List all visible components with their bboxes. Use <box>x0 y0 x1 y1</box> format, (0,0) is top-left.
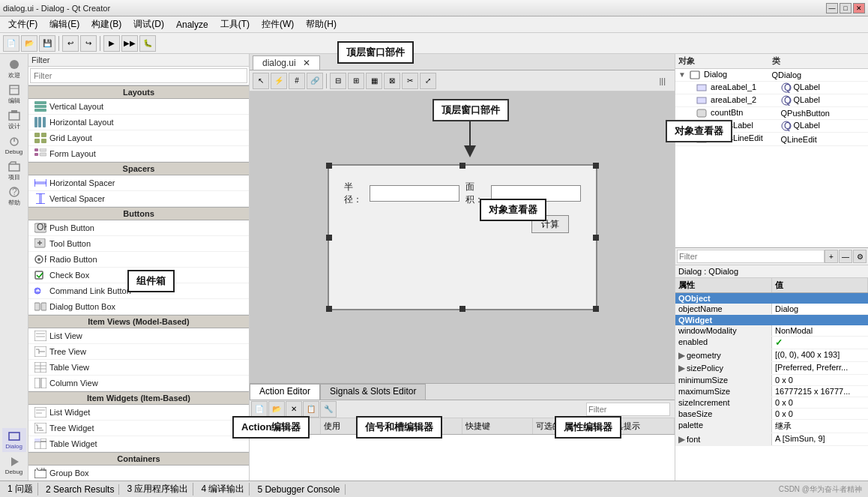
sidebar-welcome[interactable]: 欢迎 <box>2 57 26 81</box>
prop-minus-button[interactable]: — <box>839 250 852 263</box>
menu-edit[interactable]: 编辑(E) <box>44 16 85 33</box>
action-open[interactable]: 📂 <box>268 401 285 418</box>
handle-mr[interactable] <box>593 235 599 241</box>
action-something[interactable]: 🔧 <box>320 401 337 418</box>
object-row-arealabel1[interactable]: areaLabel_1 Q QLabel <box>675 82 868 94</box>
widget-tree-view[interactable]: Tree View <box>28 344 249 360</box>
prop-row-objectname[interactable]: objectName Dialog <box>675 304 868 315</box>
menu-analyze[interactable]: Analyze <box>171 17 214 32</box>
debug-run-button[interactable]: 🐛 <box>139 35 156 52</box>
prop-palette-value[interactable]: 继承 <box>772 420 868 433</box>
handle-tl[interactable] <box>326 163 332 169</box>
handle-tm[interactable] <box>459 163 465 169</box>
prop-font-value[interactable]: A [SimSun, 9] <box>772 433 868 445</box>
prop-sizeincrement-value[interactable]: 0 x 0 <box>772 397 868 408</box>
widget-vertical-layout[interactable]: Vertical Layout <box>28 99 249 115</box>
widget-radio-button[interactable]: R Radio Button <box>28 252 249 268</box>
edit-buddies-button[interactable]: 🔗 <box>307 73 323 89</box>
layout-break-button[interactable]: ✂ <box>402 73 418 89</box>
menu-debug[interactable]: 调试(D) <box>128 16 169 33</box>
save-button[interactable]: 💾 <box>39 35 55 52</box>
prop-row-font[interactable]: ▶font A [SimSun, 9] <box>675 433 868 446</box>
prop-row-enabled[interactable]: enabled ✓ <box>675 337 868 349</box>
prop-basesize-value[interactable]: 0 x 0 <box>772 409 868 419</box>
prop-sizepolicy-value[interactable]: [Preferred, Preferr... <box>772 362 868 374</box>
status-compile[interactable]: 4 编译输出 <box>196 483 250 496</box>
maximize-button[interactable]: □ <box>840 3 852 13</box>
signals-slots-tab[interactable]: Signals & Slots Editor <box>320 384 426 400</box>
widget-tree-widget[interactable]: Tree Widget <box>28 421 249 436</box>
prop-geometry-value[interactable]: [(0, 0), 400 x 193] <box>772 349 868 361</box>
edit-connect-button[interactable]: ⚡ <box>271 73 287 89</box>
status-app-output[interactable]: 3 应用程序输出 <box>122 483 193 496</box>
menu-build[interactable]: 构建(B) <box>86 16 127 33</box>
prop-row-windowmodality[interactable]: windowModality NonModal <box>675 325 868 337</box>
action-new[interactable]: 📄 <box>251 401 268 418</box>
prop-enabled-value[interactable]: ✓ <box>772 337 868 349</box>
action-editor-tab[interactable]: Action Editor <box>250 384 320 400</box>
menu-controls[interactable]: 控件(W) <box>256 16 299 33</box>
layout-adjust-size[interactable]: ⤢ <box>420 73 436 89</box>
prop-row-sizepolicy[interactable]: ▶sizePolicy [Preferred, Preferr... <box>675 362 868 375</box>
prop-row-minimumsize[interactable]: minimumSize 0 x 0 <box>675 375 868 386</box>
run-button[interactable]: ▶▶ <box>121 35 138 52</box>
widget-tool-button[interactable]: Tool Button <box>28 236 249 252</box>
handle-bm[interactable] <box>459 306 465 312</box>
layout-grid-button[interactable]: ▦ <box>366 73 382 89</box>
widget-command-link[interactable]: Command Link Button <box>28 283 249 299</box>
prop-minimumsize-value[interactable]: 0 x 0 <box>772 375 868 385</box>
calc-button[interactable]: 计算 <box>531 215 569 233</box>
window-controls[interactable]: — □ ✕ <box>826 3 865 13</box>
property-filter-input[interactable] <box>677 250 825 263</box>
widget-list-view[interactable]: List View <box>28 328 249 344</box>
prop-row-maximumsize[interactable]: maximumSize 16777215 x 16777... <box>675 386 868 397</box>
widget-check-box[interactable]: Check Box <box>28 268 249 283</box>
file-tab[interactable]: dialog.ui ✕ <box>253 55 320 70</box>
widget-push-button[interactable]: OK Push Button <box>28 220 249 236</box>
prop-plus-button[interactable]: + <box>825 250 838 263</box>
object-row-arealabel2[interactable]: areaLabel_2 Q QLabel <box>675 94 868 107</box>
redo-button[interactable]: ↪ <box>80 35 97 52</box>
radius-input[interactable] <box>370 185 459 202</box>
design-canvas[interactable]: 半径： 面积： 计算 顶层窗口部件 <box>250 91 675 383</box>
prop-maximumsize-value[interactable]: 16777215 x 16777... <box>772 386 868 397</box>
widget-horizontal-spacer[interactable]: Horizontal Spacer <box>28 175 249 191</box>
edit-pointer-button[interactable]: ↖ <box>253 73 269 89</box>
sidebar-edit[interactable]: 编辑 <box>2 82 26 106</box>
area-input[interactable] <box>491 185 581 202</box>
prop-row-geometry[interactable]: ▶geometry [(0, 0), 400 x 193] <box>675 349 868 362</box>
widget-group-box[interactable]: GB Group Box <box>28 466 249 481</box>
close-button[interactable]: ✕ <box>853 3 865 13</box>
layout-form-button[interactable]: ⊠ <box>384 73 400 89</box>
prop-windowmodality-value[interactable]: NonModal <box>772 325 868 336</box>
widget-column-view[interactable]: Column View <box>28 376 249 391</box>
prop-row-palette[interactable]: palette 继承 <box>675 420 868 433</box>
widget-grid-layout[interactable]: Grid Layout <box>28 130 249 146</box>
object-row-countbtn[interactable]: countBtn QPushButton <box>675 107 868 120</box>
menu-help[interactable]: 帮助(H) <box>301 16 342 33</box>
action-copy[interactable]: 📋 <box>303 401 319 418</box>
action-filter-input[interactable] <box>586 403 670 416</box>
widget-horizontal-layout[interactable]: Horizontal Layout <box>28 115 249 130</box>
prop-row-sizeincrement[interactable]: sizeIncrement 0 x 0 <box>675 397 868 409</box>
status-debugger[interactable]: 5 Debugger Console <box>253 484 345 495</box>
widget-vertical-spacer[interactable]: Vertical Spacer <box>28 191 249 207</box>
dialog-form-widget[interactable]: 半径： 面积： 计算 <box>328 164 597 310</box>
layout-vertical-button[interactable]: ⊞ <box>348 73 364 89</box>
sidebar-projects[interactable]: 项目 <box>2 159 26 183</box>
sidebar-design[interactable]: 设计 <box>2 108 26 132</box>
status-problems[interactable]: 1 问题 <box>3 483 38 496</box>
sidebar-debug[interactable]: Debug <box>2 133 26 157</box>
handle-br[interactable] <box>593 306 599 312</box>
edit-taborder-button[interactable]: # <box>289 73 305 89</box>
sidebar-debug2[interactable]: Debug <box>2 454 26 478</box>
widget-filter-input[interactable] <box>30 68 247 83</box>
menu-tools[interactable]: 工具(T) <box>215 16 255 33</box>
widget-dialog-button-box[interactable]: Dialog Button Box <box>28 299 249 315</box>
open-button[interactable]: 📂 <box>21 35 37 52</box>
action-del[interactable]: ✕ <box>286 401 302 418</box>
minimize-button[interactable]: — <box>826 3 838 13</box>
new-file-button[interactable]: 📄 <box>3 35 19 52</box>
menu-file[interactable]: 文件(F) <box>3 16 43 33</box>
build-button[interactable]: ▶ <box>103 35 120 52</box>
